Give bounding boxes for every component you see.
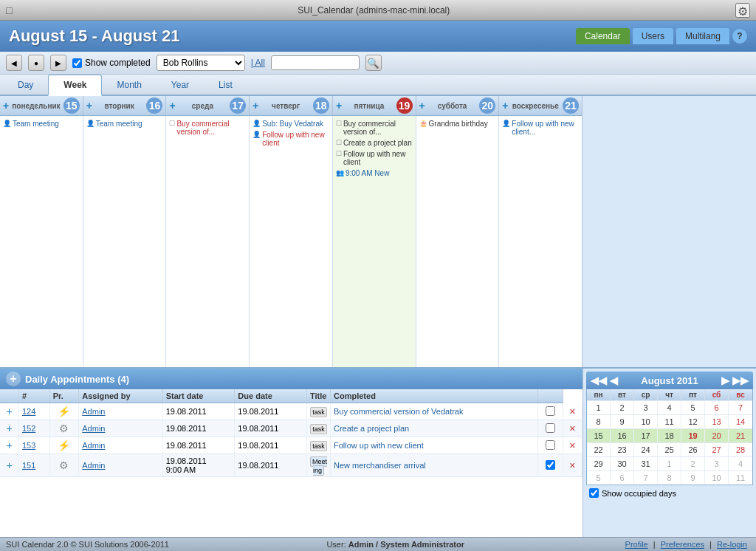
search-input[interactable]: [271, 55, 360, 70]
calendar-tab[interactable]: Calendar: [576, 28, 630, 44]
tab-month[interactable]: Month: [102, 75, 156, 96]
user-select[interactable]: Bob Rollins: [157, 55, 245, 71]
cal-event-6-0[interactable]: 👤Follow up with new client...: [501, 119, 580, 137]
row-title-0[interactable]: Buy commercial version of Vedatrak: [331, 403, 538, 420]
users-tab[interactable]: Users: [633, 28, 673, 44]
mini-cal-day-0-0[interactable]: 1: [587, 401, 611, 414]
day-number-0[interactable]: 15: [63, 97, 80, 114]
day-number-5[interactable]: 20: [479, 97, 495, 114]
row-completed-3[interactable]: [538, 454, 563, 477]
mini-cal-day-3-5[interactable]: 27: [705, 443, 729, 456]
add-day-0-button[interactable]: +: [3, 100, 9, 112]
row-assigned-1[interactable]: Admin: [82, 424, 105, 433]
day-number-6[interactable]: 21: [563, 97, 579, 114]
row-num-0[interactable]: 124: [22, 407, 35, 416]
tab-day[interactable]: Day: [3, 75, 48, 96]
mini-cal-day-5-1[interactable]: 6: [611, 471, 634, 485]
row-title-2[interactable]: Follow up with new client: [331, 437, 538, 454]
cal-event-4-2[interactable]: ☐Follow up with new client: [334, 149, 414, 167]
mini-cal-day-2-0[interactable]: 15: [587, 429, 611, 442]
mini-cal-day-2-3[interactable]: 18: [658, 429, 681, 442]
row-assigned-3[interactable]: Admin: [82, 461, 105, 470]
mini-cal-day-4-4[interactable]: 2: [681, 457, 705, 470]
mini-cal-day-4-3[interactable]: 1: [658, 457, 681, 470]
mini-cal-day-1-3[interactable]: 11: [658, 415, 681, 428]
day-number-4[interactable]: 19: [396, 97, 413, 114]
nav-next-button[interactable]: ▶: [50, 55, 66, 71]
row-num-3[interactable]: 151: [22, 461, 35, 470]
add-day-6-button[interactable]: +: [502, 100, 508, 112]
mini-cal-day-5-5[interactable]: 10: [705, 471, 729, 485]
cal-event-4-0[interactable]: ☐Buy commercial version of...: [334, 119, 414, 137]
mini-cal-day-1-6[interactable]: 14: [729, 415, 752, 428]
search-button[interactable]: 🔍: [365, 55, 382, 71]
mini-cal-day-1-5[interactable]: 13: [705, 415, 729, 428]
mini-cal-day-0-5[interactable]: 6: [705, 401, 729, 414]
preferences-link[interactable]: Preferences: [661, 540, 704, 549]
row-num-2[interactable]: 153: [22, 441, 35, 450]
mini-cal-day-5-0[interactable]: 5: [587, 471, 611, 485]
show-occupied-checkbox[interactable]: [589, 488, 599, 498]
mini-cal-day-5-4[interactable]: 9: [681, 471, 705, 485]
mini-cal-day-2-6[interactable]: 21: [729, 429, 752, 442]
mini-cal-next-year[interactable]: ▶▶: [731, 374, 750, 386]
mini-cal-day-2-1[interactable]: 16: [611, 429, 634, 442]
row-assigned-0[interactable]: Admin: [82, 407, 105, 416]
appointments-scroll[interactable]: # Pr. Assigned by Start date Due date Ti…: [0, 389, 583, 537]
profile-link[interactable]: Profile: [625, 540, 648, 549]
mini-cal-day-2-2[interactable]: 17: [634, 429, 658, 442]
row-add-1[interactable]: +: [0, 420, 18, 437]
mini-cal-day-3-3[interactable]: 25: [658, 443, 681, 456]
mini-cal-day-0-3[interactable]: 4: [658, 401, 681, 414]
cal-event-4-1[interactable]: ☐Create a project plan: [334, 138, 414, 148]
add-day-2-button[interactable]: +: [169, 100, 175, 112]
add-day-3-button[interactable]: +: [252, 100, 258, 112]
mini-cal-prev-year[interactable]: ◀◀: [589, 374, 608, 386]
row-add-0[interactable]: +: [0, 403, 18, 420]
mini-cal-day-1-1[interactable]: 9: [611, 415, 634, 428]
mini-cal-day-0-4[interactable]: 5: [681, 401, 705, 414]
row-title-3[interactable]: New merchandiser arrival: [331, 454, 538, 477]
relogin-link[interactable]: Re-login: [717, 540, 747, 549]
row-del-1[interactable]: ×: [563, 420, 582, 437]
mini-cal-day-4-1[interactable]: 30: [611, 457, 634, 470]
row-del-2[interactable]: ×: [563, 437, 582, 454]
mini-cal-next-month[interactable]: ▶: [720, 374, 731, 386]
row-del-3[interactable]: ×: [563, 454, 582, 477]
nav-prev-button[interactable]: ◀: [6, 55, 22, 71]
mini-cal-day-2-4[interactable]: 19: [681, 429, 705, 442]
add-day-4-button[interactable]: +: [336, 100, 342, 112]
mini-cal-day-0-6[interactable]: 7: [729, 401, 752, 414]
cal-event-3-0[interactable]: 👤Sub: Buy Vedatrak: [251, 119, 331, 129]
row-add-3[interactable]: +: [0, 454, 18, 477]
mini-cal-day-5-3[interactable]: 8: [658, 471, 681, 485]
mini-cal-day-1-4[interactable]: 12: [681, 415, 705, 428]
cal-event-2-0[interactable]: ☐Buy commercial version of...: [168, 119, 247, 137]
mini-cal-day-0-1[interactable]: 2: [611, 401, 634, 414]
mini-cal-day-4-0[interactable]: 29: [587, 457, 611, 470]
mini-cal-day-3-1[interactable]: 23: [611, 443, 634, 456]
mini-cal-day-4-5[interactable]: 3: [705, 457, 729, 470]
row-assigned-2[interactable]: Admin: [82, 441, 105, 450]
cal-event-3-1[interactable]: 👤Follow up with new client: [251, 130, 331, 148]
row-num-1[interactable]: 152: [22, 424, 35, 433]
add-day-5-button[interactable]: +: [419, 100, 425, 112]
mini-cal-day-3-6[interactable]: 28: [729, 443, 752, 456]
mini-cal-day-4-6[interactable]: 4: [729, 457, 752, 470]
add-day-1-button[interactable]: +: [86, 100, 92, 112]
all-link[interactable]: | All: [251, 58, 265, 68]
mini-cal-day-0-2[interactable]: 3: [634, 401, 658, 414]
mini-cal-day-5-6[interactable]: 11: [729, 471, 752, 485]
row-add-2[interactable]: +: [0, 437, 18, 454]
help-button[interactable]: ?: [732, 29, 747, 44]
mini-cal-prev-month[interactable]: ◀: [608, 374, 619, 386]
tab-list[interactable]: List: [204, 75, 247, 96]
mini-cal-day-4-2[interactable]: 31: [634, 457, 658, 470]
cal-event-5-0[interactable]: 🎂Grandma birthday: [418, 119, 498, 129]
tab-week[interactable]: Week: [48, 75, 102, 96]
mini-cal-day-2-5[interactable]: 20: [705, 429, 729, 442]
cal-event-0-0[interactable]: 👤Team meeting: [1, 119, 81, 129]
row-completed-2[interactable]: [538, 437, 563, 454]
row-title-1[interactable]: Create a project plan: [331, 420, 538, 437]
day-number-1[interactable]: 16: [146, 97, 162, 114]
